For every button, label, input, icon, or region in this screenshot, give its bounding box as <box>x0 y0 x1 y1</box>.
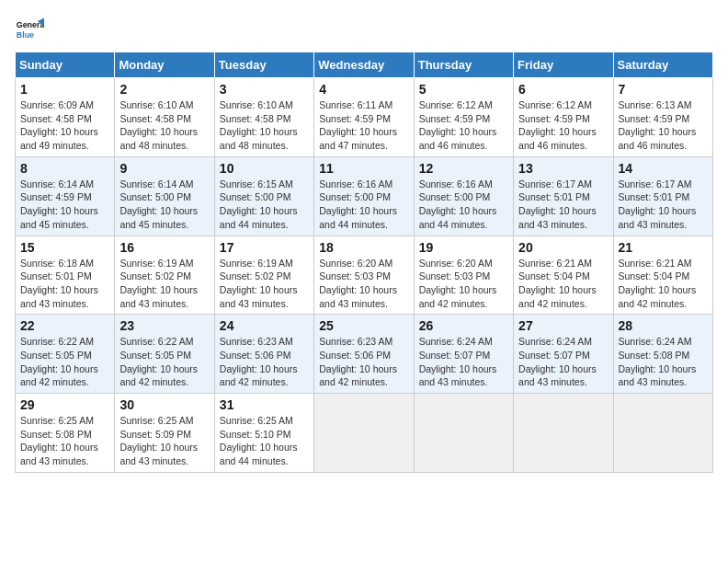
col-header-tuesday: Tuesday <box>214 52 313 78</box>
calendar-cell: 22Sunrise: 6:22 AMSunset: 5:05 PMDayligh… <box>16 315 115 394</box>
calendar-cell: 19Sunrise: 6:20 AMSunset: 5:03 PMDayligh… <box>414 236 513 315</box>
cell-day-number: 28 <box>619 318 708 333</box>
cell-day-number: 25 <box>319 318 408 333</box>
calendar-cell: 7Sunrise: 6:13 AMSunset: 4:59 PMDaylight… <box>613 78 712 157</box>
calendar-cell <box>514 394 613 473</box>
cell-day-number: 31 <box>220 397 309 412</box>
calendar-week-2: 8Sunrise: 6:14 AMSunset: 4:59 PMDaylight… <box>16 156 713 236</box>
col-header-saturday: Saturday <box>613 52 712 78</box>
cell-day-number: 26 <box>419 318 508 333</box>
calendar-table: SundayMondayTuesdayWednesdayThursdayFrid… <box>15 52 713 473</box>
logo-icon: General Blue <box>15 15 44 44</box>
calendar-cell: 11Sunrise: 6:16 AMSunset: 5:00 PMDayligh… <box>314 156 414 236</box>
cell-day-number: 9 <box>119 161 209 176</box>
calendar-cell: 9Sunrise: 6:14 AMSunset: 5:00 PMDaylight… <box>115 156 214 236</box>
cell-day-number: 27 <box>518 318 608 333</box>
col-header-monday: Monday <box>115 52 214 78</box>
calendar-cell: 13Sunrise: 6:17 AMSunset: 5:01 PMDayligh… <box>514 156 613 236</box>
cell-info: Sunrise: 6:19 AMSunset: 5:02 PMDaylight:… <box>119 257 209 311</box>
svg-text:Blue: Blue <box>17 30 34 40</box>
calendar-cell: 17Sunrise: 6:19 AMSunset: 5:02 PMDayligh… <box>214 236 313 315</box>
cell-day-number: 1 <box>20 82 109 97</box>
cell-info: Sunrise: 6:20 AMSunset: 5:03 PMDaylight:… <box>319 257 408 311</box>
calendar-cell: 8Sunrise: 6:14 AMSunset: 4:59 PMDaylight… <box>16 156 115 236</box>
cell-info: Sunrise: 6:16 AMSunset: 5:00 PMDaylight:… <box>419 178 508 232</box>
cell-info: Sunrise: 6:12 AMSunset: 4:59 PMDaylight:… <box>419 98 508 153</box>
calendar-cell: 2Sunrise: 6:10 AMSunset: 4:58 PMDaylight… <box>115 78 214 157</box>
cell-day-number: 13 <box>518 161 608 176</box>
cell-day-number: 23 <box>119 318 209 333</box>
calendar-week-4: 22Sunrise: 6:22 AMSunset: 5:05 PMDayligh… <box>16 315 713 394</box>
cell-info: Sunrise: 6:18 AMSunset: 5:01 PMDaylight:… <box>20 257 109 311</box>
cell-info: Sunrise: 6:17 AMSunset: 5:01 PMDaylight:… <box>619 178 708 232</box>
calendar-cell: 31Sunrise: 6:25 AMSunset: 5:10 PMDayligh… <box>214 394 313 473</box>
cell-info: Sunrise: 6:14 AMSunset: 5:00 PMDaylight:… <box>119 178 209 232</box>
cell-day-number: 15 <box>20 240 109 255</box>
calendar-cell: 1Sunrise: 6:09 AMSunset: 4:58 PMDaylight… <box>16 78 115 157</box>
cell-info: Sunrise: 6:22 AMSunset: 5:05 PMDaylight:… <box>119 335 209 389</box>
cell-info: Sunrise: 6:17 AMSunset: 5:01 PMDaylight:… <box>518 178 608 232</box>
cell-day-number: 10 <box>220 161 309 176</box>
calendar-cell: 25Sunrise: 6:23 AMSunset: 5:06 PMDayligh… <box>314 315 414 394</box>
cell-info: Sunrise: 6:13 AMSunset: 4:59 PMDaylight:… <box>619 98 708 153</box>
cell-day-number: 24 <box>220 318 309 333</box>
cell-info: Sunrise: 6:15 AMSunset: 5:00 PMDaylight:… <box>220 178 309 232</box>
calendar-cell: 27Sunrise: 6:24 AMSunset: 5:07 PMDayligh… <box>514 315 613 394</box>
cell-day-number: 30 <box>119 397 209 412</box>
calendar-cell <box>414 394 513 473</box>
calendar-cell: 4Sunrise: 6:11 AMSunset: 4:59 PMDaylight… <box>314 78 414 157</box>
cell-day-number: 2 <box>119 82 209 97</box>
calendar-cell: 6Sunrise: 6:12 AMSunset: 4:59 PMDaylight… <box>514 78 613 157</box>
calendar-cell: 20Sunrise: 6:21 AMSunset: 5:04 PMDayligh… <box>514 236 613 315</box>
calendar-cell: 28Sunrise: 6:24 AMSunset: 5:08 PMDayligh… <box>613 315 712 394</box>
cell-info: Sunrise: 6:19 AMSunset: 5:02 PMDaylight:… <box>220 257 309 311</box>
calendar-cell: 23Sunrise: 6:22 AMSunset: 5:05 PMDayligh… <box>115 315 214 394</box>
cell-info: Sunrise: 6:23 AMSunset: 5:06 PMDaylight:… <box>220 335 309 389</box>
calendar-cell: 21Sunrise: 6:21 AMSunset: 5:04 PMDayligh… <box>613 236 712 315</box>
cell-day-number: 20 <box>518 240 608 255</box>
cell-day-number: 19 <box>419 240 508 255</box>
calendar-cell: 15Sunrise: 6:18 AMSunset: 5:01 PMDayligh… <box>16 236 115 315</box>
cell-day-number: 21 <box>619 240 708 255</box>
cell-info: Sunrise: 6:20 AMSunset: 5:03 PMDaylight:… <box>419 257 508 311</box>
cell-day-number: 4 <box>319 82 408 97</box>
cell-day-number: 3 <box>220 82 309 97</box>
calendar-cell: 12Sunrise: 6:16 AMSunset: 5:00 PMDayligh… <box>414 156 513 236</box>
calendar-week-3: 15Sunrise: 6:18 AMSunset: 5:01 PMDayligh… <box>16 236 713 315</box>
cell-info: Sunrise: 6:21 AMSunset: 5:04 PMDaylight:… <box>518 257 608 311</box>
calendar-cell <box>613 394 712 473</box>
calendar-cell: 18Sunrise: 6:20 AMSunset: 5:03 PMDayligh… <box>314 236 414 315</box>
cell-info: Sunrise: 6:25 AMSunset: 5:08 PMDaylight:… <box>20 414 109 468</box>
cell-day-number: 8 <box>20 161 109 176</box>
calendar-cell: 26Sunrise: 6:24 AMSunset: 5:07 PMDayligh… <box>414 315 513 394</box>
cell-day-number: 11 <box>319 161 408 176</box>
cell-info: Sunrise: 6:24 AMSunset: 5:07 PMDaylight:… <box>518 335 608 389</box>
cell-day-number: 18 <box>319 240 408 255</box>
cell-day-number: 29 <box>20 397 109 412</box>
cell-day-number: 16 <box>119 240 209 255</box>
cell-day-number: 7 <box>619 82 708 97</box>
calendar-week-5: 29Sunrise: 6:25 AMSunset: 5:08 PMDayligh… <box>16 394 713 473</box>
calendar-cell <box>314 394 414 473</box>
cell-info: Sunrise: 6:24 AMSunset: 5:08 PMDaylight:… <box>619 335 708 389</box>
cell-info: Sunrise: 6:25 AMSunset: 5:09 PMDaylight:… <box>119 414 209 468</box>
col-header-wednesday: Wednesday <box>314 52 414 78</box>
cell-day-number: 14 <box>619 161 708 176</box>
cell-info: Sunrise: 6:09 AMSunset: 4:58 PMDaylight:… <box>20 98 109 153</box>
calendar-week-1: 1Sunrise: 6:09 AMSunset: 4:58 PMDaylight… <box>16 78 713 157</box>
cell-info: Sunrise: 6:12 AMSunset: 4:59 PMDaylight:… <box>518 98 608 153</box>
cell-info: Sunrise: 6:11 AMSunset: 4:59 PMDaylight:… <box>319 98 408 153</box>
calendar-cell: 24Sunrise: 6:23 AMSunset: 5:06 PMDayligh… <box>214 315 313 394</box>
cell-info: Sunrise: 6:23 AMSunset: 5:06 PMDaylight:… <box>319 335 408 389</box>
cell-day-number: 17 <box>220 240 309 255</box>
calendar-cell: 16Sunrise: 6:19 AMSunset: 5:02 PMDayligh… <box>115 236 214 315</box>
calendar-header-row: SundayMondayTuesdayWednesdayThursdayFrid… <box>16 52 713 78</box>
calendar-cell: 3Sunrise: 6:10 AMSunset: 4:58 PMDaylight… <box>214 78 313 157</box>
cell-day-number: 5 <box>419 82 508 97</box>
page-header: General Blue <box>15 15 713 44</box>
logo: General Blue <box>15 15 48 44</box>
col-header-sunday: Sunday <box>16 52 115 78</box>
col-header-friday: Friday <box>514 52 613 78</box>
cell-info: Sunrise: 6:16 AMSunset: 5:00 PMDaylight:… <box>319 178 408 232</box>
cell-info: Sunrise: 6:10 AMSunset: 4:58 PMDaylight:… <box>220 98 309 153</box>
